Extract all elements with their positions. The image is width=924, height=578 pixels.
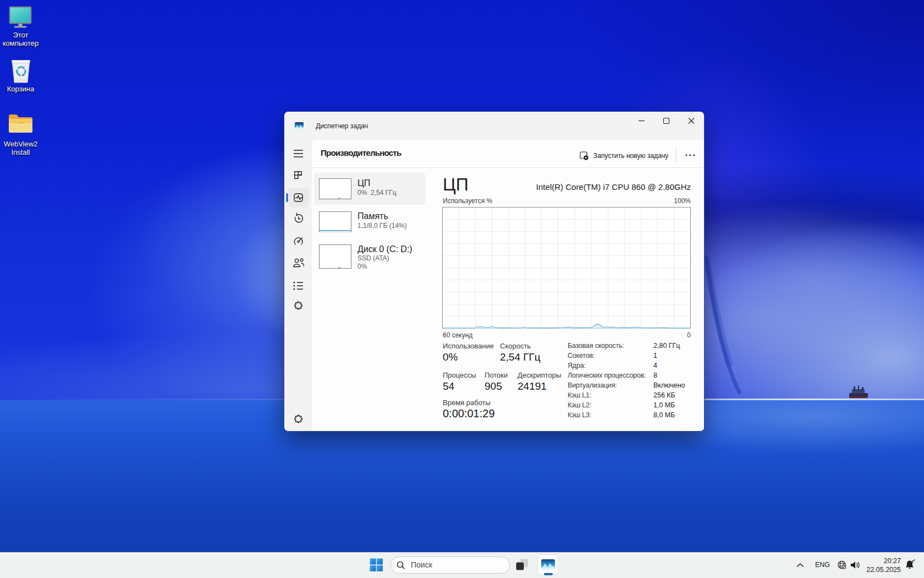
svg-text:z: z (914, 558, 915, 561)
